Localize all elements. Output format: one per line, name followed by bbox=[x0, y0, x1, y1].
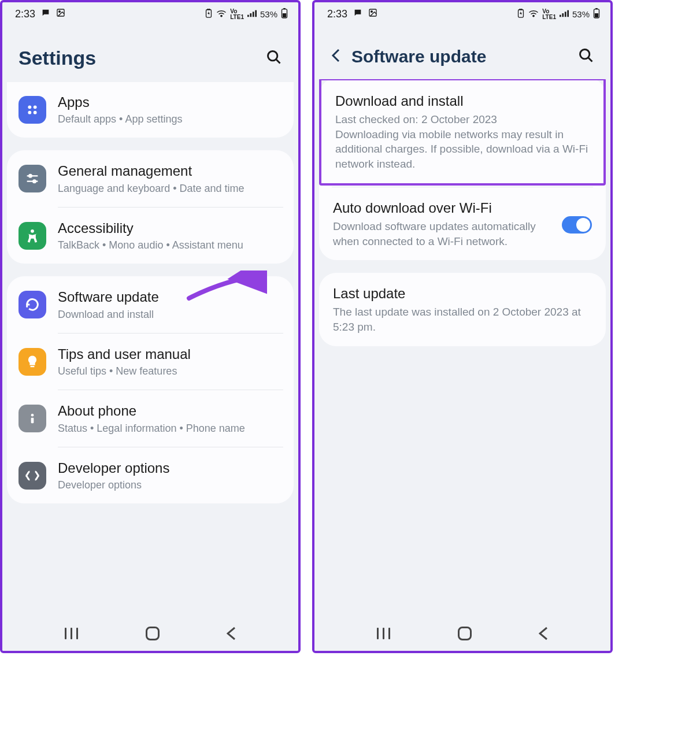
status-bar: 2:33 VoLTE1 53% bbox=[2, 2, 298, 24]
svg-rect-32 bbox=[562, 13, 564, 17]
svg-rect-25 bbox=[31, 418, 34, 423]
status-bar: 2:33 VoLTE1 53% bbox=[314, 2, 610, 24]
svg-rect-3 bbox=[208, 9, 210, 10]
settings-item-developer[interactable]: Developer options Developer options bbox=[7, 447, 294, 503]
image-icon bbox=[56, 8, 65, 20]
signal-icon bbox=[247, 9, 257, 19]
svg-rect-31 bbox=[560, 15, 561, 17]
lte-icon: VoLTE1 bbox=[230, 9, 244, 20]
nav-home-button[interactable] bbox=[458, 627, 472, 640]
item-title: Accessibility bbox=[58, 219, 282, 237]
svg-point-16 bbox=[28, 110, 31, 114]
battery-icon bbox=[593, 8, 600, 20]
update-group: Download and install Last checked on: 2 … bbox=[319, 79, 606, 260]
item-subtitle: Language and keyboard • Date and time bbox=[58, 181, 282, 195]
accessibility-icon bbox=[18, 222, 46, 250]
chat-icon bbox=[41, 8, 50, 20]
item-subtitle: Status • Legal information • Phone name bbox=[58, 421, 282, 435]
nav-bar bbox=[314, 616, 610, 651]
update-icon bbox=[18, 291, 46, 318]
search-button[interactable] bbox=[578, 47, 594, 66]
settings-screen: 2:33 VoLTE1 53% Settings bbox=[0, 0, 301, 653]
nav-home-button[interactable] bbox=[146, 627, 160, 640]
battery-pct: 53% bbox=[260, 9, 277, 19]
svg-rect-37 bbox=[595, 13, 598, 17]
update-list[interactable]: Download and install Last checked on: 2 … bbox=[314, 79, 610, 616]
svg-rect-36 bbox=[595, 8, 598, 9]
item-subtitle: Last checked on: 2 October 2023 Download… bbox=[335, 112, 590, 172]
lte-icon: VoLTE1 bbox=[542, 9, 556, 20]
last-update-item[interactable]: Last update The last update was installe… bbox=[319, 273, 606, 346]
svg-rect-7 bbox=[253, 12, 254, 17]
settings-group: Apps Default apps • App settings bbox=[7, 82, 294, 138]
svg-point-30 bbox=[533, 15, 534, 16]
svg-rect-23 bbox=[31, 366, 35, 367]
battery-saver-icon bbox=[517, 9, 525, 20]
svg-point-17 bbox=[34, 110, 37, 114]
svg-rect-6 bbox=[250, 13, 251, 17]
nav-back-button[interactable] bbox=[539, 627, 548, 640]
chat-icon bbox=[353, 8, 362, 20]
item-title: About phone bbox=[58, 402, 282, 420]
bulb-icon bbox=[18, 348, 46, 376]
nav-back-button[interactable] bbox=[227, 627, 236, 640]
settings-item-apps[interactable]: Apps Default apps • App settings bbox=[7, 82, 294, 138]
item-subtitle: Developer options bbox=[58, 478, 282, 492]
status-time: 2:33 bbox=[15, 8, 35, 20]
annotation-highlight: Download and install Last checked on: 2 … bbox=[319, 79, 606, 186]
software-update-screen: 2:33 VoLTE1 53% bbox=[312, 0, 613, 653]
sliders-icon bbox=[18, 165, 46, 192]
wifi-icon bbox=[216, 9, 227, 19]
svg-line-39 bbox=[588, 58, 592, 62]
status-time: 2:33 bbox=[327, 8, 347, 20]
item-subtitle: TalkBack • Mono audio • Assistant menu bbox=[58, 238, 282, 252]
item-title: Auto download over Wi-Fi bbox=[333, 199, 555, 217]
code-icon bbox=[18, 462, 46, 490]
svg-point-12 bbox=[268, 51, 277, 60]
svg-point-22 bbox=[31, 229, 34, 233]
settings-list[interactable]: Apps Default apps • App settings General… bbox=[2, 82, 298, 616]
settings-item-software-update[interactable]: Software update Download and install bbox=[7, 276, 294, 332]
page-title: Settings bbox=[18, 47, 96, 69]
header: Software update bbox=[314, 24, 610, 79]
settings-item-accessibility[interactable]: Accessibility TalkBack • Mono audio • As… bbox=[7, 208, 294, 264]
settings-item-about[interactable]: About phone Status • Legal information •… bbox=[7, 390, 294, 446]
item-title: Apps bbox=[58, 93, 282, 111]
settings-item-tips[interactable]: Tips and user manual Useful tips • New f… bbox=[7, 334, 294, 390]
update-group: Last update The last update was installe… bbox=[319, 273, 606, 346]
download-install-item[interactable]: Download and install Last checked on: 2 … bbox=[321, 80, 603, 183]
chevron-left-icon bbox=[331, 47, 341, 64]
search-icon bbox=[266, 49, 282, 65]
svg-rect-33 bbox=[565, 12, 566, 17]
item-title: Download and install bbox=[335, 92, 590, 110]
settings-item-general[interactable]: General management Language and keyboard… bbox=[7, 150, 294, 206]
settings-group: Software update Download and install Tip… bbox=[7, 276, 294, 503]
item-subtitle: The last update was installed on 2 Octob… bbox=[333, 305, 592, 334]
item-subtitle: Default apps • App settings bbox=[58, 112, 282, 126]
svg-point-24 bbox=[31, 414, 34, 417]
nav-recent-button[interactable] bbox=[377, 628, 391, 639]
svg-point-1 bbox=[59, 11, 61, 13]
battery-pct: 53% bbox=[572, 9, 590, 19]
apps-icon bbox=[18, 96, 46, 124]
search-button[interactable] bbox=[266, 49, 282, 68]
item-title: Last update bbox=[333, 284, 592, 302]
svg-point-27 bbox=[371, 11, 373, 13]
svg-point-21 bbox=[33, 180, 36, 183]
svg-rect-10 bbox=[283, 8, 286, 9]
item-subtitle: Download software updates automatically … bbox=[333, 219, 555, 249]
battery-saver-icon bbox=[205, 9, 213, 20]
nav-recent-button[interactable] bbox=[65, 628, 79, 639]
item-title: General management bbox=[58, 162, 282, 180]
svg-point-15 bbox=[34, 105, 37, 109]
auto-download-toggle[interactable] bbox=[562, 216, 592, 234]
auto-download-item[interactable]: Auto download over Wi-Fi Download softwa… bbox=[319, 187, 606, 260]
search-icon bbox=[578, 47, 594, 64]
item-title: Developer options bbox=[58, 459, 282, 477]
back-button[interactable] bbox=[331, 47, 341, 66]
wifi-icon bbox=[528, 9, 539, 19]
image-icon bbox=[368, 8, 377, 20]
svg-point-4 bbox=[221, 15, 222, 16]
item-title: Software update bbox=[58, 288, 282, 306]
svg-line-13 bbox=[276, 59, 280, 63]
